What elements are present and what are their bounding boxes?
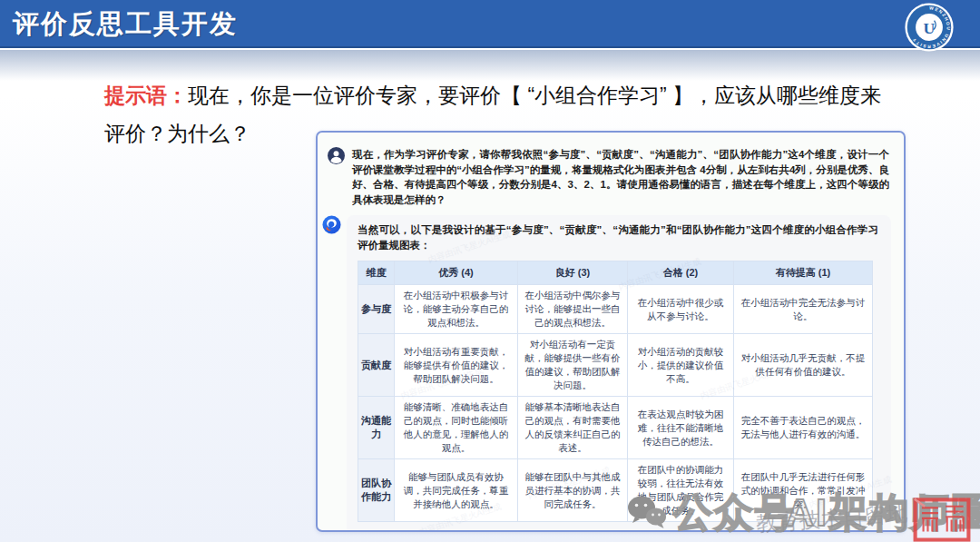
rubric-table: 维度 优秀 (4) 良好 (3) 合格 (2) 有待提高 (1) 参与度 在小组… [358,261,873,522]
rubric-cell: 对小组活动有重要贡献，能够提供有价值的建议，帮助团队解决问题。 [395,334,518,397]
rubric-cell: 能够基本清晰地表达自己的观点，有时需要他人的反馈来纠正自己的表述。 [518,397,628,459]
ai-intro-text: 当然可以，以下是我设计的基于“参与度”、“贡献度”、“沟通能力”和“团队协作能力… [358,222,878,253]
rubric-cell: 在表达观点时较为困难，往往不能清晰地传达自己的想法。 [628,397,734,459]
rubric-dimension: 贡献度 [358,334,395,397]
rubric-cell: 对小组活动几乎无贡献，不提供任何有价值的建议。 [734,334,873,397]
rubric-dimension: 沟通能力 [358,397,395,459]
rubric-row: 参与度 在小组活动中积极参与讨论，能够主动分享自己的观点和想法。 在小组活动中偶… [358,285,873,334]
user-message-row: 现在，作为学习评价专家，请你帮我依照“参与度”、“贡献度”、“沟通能力”、“团队… [318,133,904,207]
rubric-cell: 能够清晰、准确地表达自己的观点，同时也能倾听他人的意见，理解他人的观点。 [395,397,518,459]
page-title: 评价反思工具开发 [13,6,238,43]
rubric-dimension: 团队协作能力 [358,459,395,522]
rubric-header-cell: 良好 (3) [518,261,628,285]
svg-text:U: U [924,19,936,37]
rubric-row: 沟通能力 能够清晰、准确地表达自己的观点，同时也能倾听他人的意见，理解他人的观点… [358,397,873,459]
chat-screenshot-card: 现在，作为学习评价专家，请你帮我依照“参与度”、“贡献度”、“沟通能力”、“团队… [316,131,906,532]
rubric-cell: 对小组活动的贡献较小，提供的建议价值不高。 [628,334,734,397]
rubric-cell: 能够与团队成员有效协调，共同完成任务，尊重并接纳他人的观点。 [395,459,518,522]
rubric-cell: 能够在团队中与其他成员进行基本的协调，共同完成任务。 [518,459,628,522]
rubric-cell: 在小组活动中积极参与讨论，能够主动分享自己的观点和想法。 [395,285,518,334]
spark-ai-avatar-icon [322,215,341,234]
rubric-cell: 完全不善于表达自己的观点，无法与他人进行有效的沟通。 [734,397,873,459]
rubric-cell: 在小组活动中很少或从不参与讨论。 [628,285,734,334]
rubric-header-row: 维度 优秀 (4) 良好 (3) 合格 (2) 有待提高 (1) [358,261,873,285]
red-seal-stamp-icon [906,498,977,542]
rubric-cell: 对小组活动有一定贡献，能够提供一些有价值的建议，帮助团队解决问题。 [518,334,628,397]
rubric-row: 贡献度 对小组活动有重要贡献，能够提供有价值的建议，帮助团队解决问题。 对小组活… [358,334,873,397]
user-avatar-icon [328,147,345,164]
prompt-label: 提示语： [104,84,188,107]
watermark-wechat-label: 公众号 [673,487,796,539]
rubric-header-cell: 维度 [358,261,395,285]
rubric-cell: 在小组活动中偶尔参与讨论，能够提出一些自己的观点和想法。 [518,285,628,334]
rubric-header-cell: 有待提高 (1) [734,261,873,285]
university-logo: WENZHOU UNIVERSITY U [904,2,955,53]
ai-message-bubble: 当然可以，以下是我设计的基于“参与度”、“贡献度”、“沟通能力”和“团队协作能力… [347,215,891,532]
rubric-header-cell: 优秀 (4) [395,261,518,285]
rubric-header-cell: 合格 (2) [628,261,734,285]
ai-message-row: 当然可以，以下是我设计的基于“参与度”、“贡献度”、“沟通能力”和“团队协作能力… [318,207,904,532]
rubric-cell: 在小组活动中完全无法参与讨论。 [734,285,873,334]
university-seal-icon: WENZHOU UNIVERSITY U [904,2,955,53]
user-message-text: 现在，作为学习评价专家，请你帮我依照“参与度”、“贡献度”、“沟通能力”、“团队… [352,147,889,207]
wechat-icon [624,493,668,531]
rubric-dimension: 参与度 [358,285,395,334]
